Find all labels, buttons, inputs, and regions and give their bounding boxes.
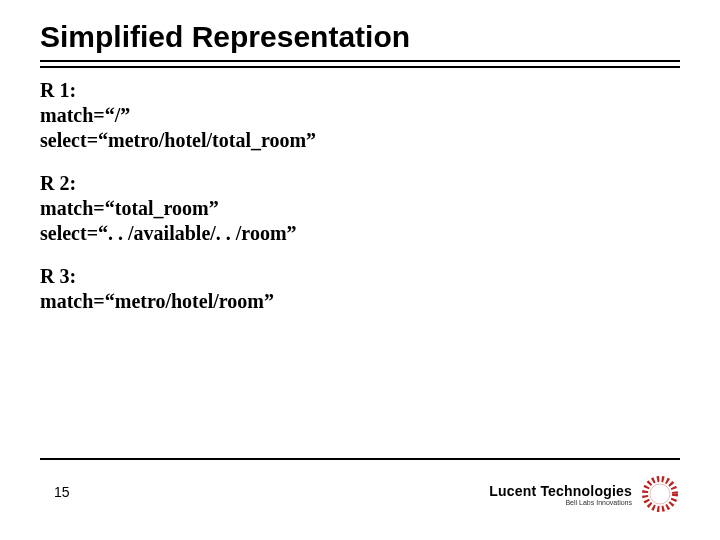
brand-tagline: Bell Labs Innovations (489, 499, 632, 506)
brand-logo: Lucent Technologies Bell Labs Innovation… (489, 474, 680, 514)
rule-match: match=“metro/hotel/room” (40, 289, 680, 314)
rule-block: R 1: match=“/” select=“metro/hotel/total… (40, 78, 680, 153)
rule-label: R 1: (40, 78, 680, 103)
rule-match: match=“total_room” (40, 196, 680, 221)
rule-match: match=“/” (40, 103, 680, 128)
slide-title: Simplified Representation (40, 20, 680, 58)
slide: Simplified Representation R 1: match=“/”… (0, 0, 720, 540)
rule-select: select=“metro/hotel/total_room” (40, 128, 680, 153)
rule-label: R 2: (40, 171, 680, 196)
rule-block: R 2: match=“total_room” select=“. . /ava… (40, 171, 680, 246)
page-number: 15 (54, 484, 70, 500)
rule-block: R 3: match=“metro/hotel/room” (40, 264, 680, 314)
ring-icon (640, 474, 680, 514)
rule-select: select=“. . /available/. . /room” (40, 221, 680, 246)
brand-text: Lucent Technologies Bell Labs Innovation… (489, 483, 632, 506)
brand-name: Lucent Technologies (489, 483, 632, 499)
rule-label: R 3: (40, 264, 680, 289)
slide-body: R 1: match=“/” select=“metro/hotel/total… (40, 78, 680, 314)
title-underline (40, 60, 680, 68)
footer-rule (40, 458, 680, 462)
svg-point-1 (650, 484, 670, 504)
